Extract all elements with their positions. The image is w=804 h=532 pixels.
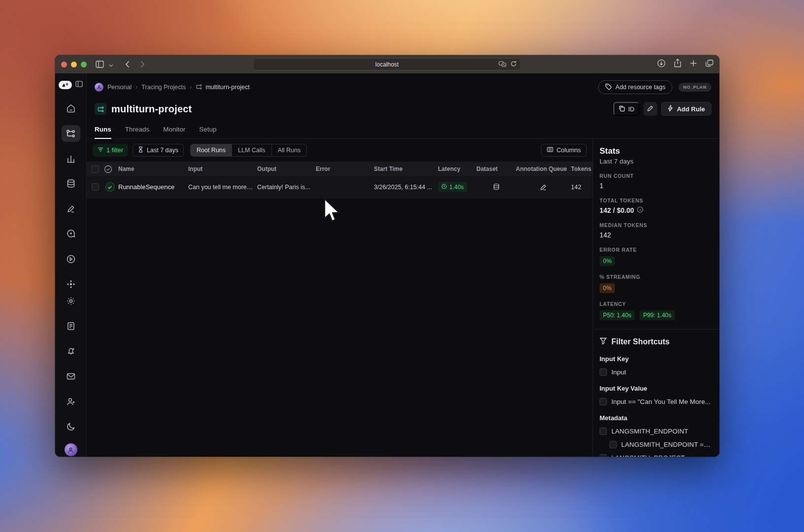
lightning-icon: [668, 105, 673, 113]
col-name[interactable]: Name: [118, 166, 188, 172]
nav-prompts-icon[interactable]: [62, 226, 80, 242]
nav-annotation-icon[interactable]: [62, 200, 80, 217]
total-tokens-label: TOTAL TOKENS: [600, 198, 712, 203]
fs-item[interactable]: Input == "Can You Tell Me More...: [600, 398, 712, 405]
tracing-project-icon: [196, 83, 202, 92]
fs-item[interactable]: LANGSMITH_ENDPOINT == ...: [609, 441, 712, 448]
median-tokens-value: 142: [600, 231, 712, 239]
run-input: Can you tell me more ...: [188, 184, 257, 191]
address-bar[interactable]: localhost: [253, 58, 521, 70]
user-avatar[interactable]: [65, 443, 77, 456]
nav-dashboards-icon[interactable]: [62, 150, 80, 167]
filter-bar: 1 filter Last 7 days Root Runs LLM Calls…: [87, 139, 593, 162]
run-output: Certainly! Paris is...: [257, 184, 316, 191]
docs-icon[interactable]: [62, 318, 80, 334]
website-settings-icon[interactable]: [499, 61, 506, 68]
sidebar-chevron-icon[interactable]: [109, 60, 113, 69]
time-range-button[interactable]: Last 7 days: [133, 144, 184, 157]
segment-llm-calls[interactable]: LLM Calls: [232, 144, 272, 156]
col-error[interactable]: Error: [316, 166, 374, 172]
select-all-checkbox[interactable]: [92, 166, 99, 173]
nav-tracing-projects-icon[interactable]: [62, 125, 80, 142]
run-count-label: RUN COUNT: [600, 173, 712, 179]
breadcrumb-separator: ›: [190, 84, 192, 91]
close-window-button[interactable]: [61, 62, 67, 67]
nav-home-icon[interactable]: [62, 100, 80, 117]
invite-user-icon[interactable]: [62, 393, 80, 410]
col-start-time[interactable]: Start Time: [374, 166, 438, 172]
add-to-dataset-icon[interactable]: [476, 183, 516, 191]
col-output[interactable]: Output: [257, 166, 316, 172]
annotate-icon[interactable]: [516, 184, 571, 191]
columns-button[interactable]: Columns: [541, 144, 587, 157]
fs-checkbox[interactable]: [600, 454, 607, 457]
pencil-icon: [647, 105, 654, 113]
active-filter-chip[interactable]: 1 filter: [93, 144, 128, 157]
segment-root-runs[interactable]: Root Runs: [191, 144, 232, 156]
col-latency[interactable]: Latency: [438, 166, 476, 172]
nav-datasets-icon[interactable]: [62, 175, 80, 192]
run-type-segmented-control: Root Runs LLM Calls All Runs: [190, 144, 307, 157]
project-tabs: Runs Threads Monitor Setup: [95, 126, 711, 138]
page-title: multiturn-project: [111, 103, 192, 115]
fs-checkbox[interactable]: [609, 441, 617, 448]
forward-button[interactable]: [140, 61, 145, 68]
segment-all-runs[interactable]: All Runs: [272, 144, 307, 156]
funnel-icon: [600, 337, 607, 346]
fs-item[interactable]: LANGSMITH_ENDPOINT: [600, 428, 712, 435]
tab-threads[interactable]: Threads: [125, 126, 150, 138]
tab-monitor[interactable]: Monitor: [163, 126, 185, 138]
run-name[interactable]: RunnableSequence: [118, 183, 188, 191]
latency-badge: 1.40s: [438, 182, 467, 192]
col-input[interactable]: Input: [188, 166, 257, 172]
app-sidebar-toggle-icon[interactable]: [75, 80, 83, 89]
workspace-avatar[interactable]: [95, 83, 103, 92]
settings-gear-icon[interactable]: [62, 293, 80, 309]
fs-checkbox[interactable]: [600, 428, 607, 435]
tab-overview-icon[interactable]: [705, 60, 713, 67]
back-button[interactable]: [125, 61, 130, 68]
columns-icon: [547, 147, 553, 154]
info-icon[interactable]: [637, 206, 643, 214]
inbox-mail-icon[interactable]: [62, 368, 80, 385]
add-resource-tags-button[interactable]: Add resource tags: [598, 80, 672, 94]
zoom-window-button[interactable]: [81, 62, 87, 67]
downloads-icon[interactable]: [657, 59, 666, 67]
breadcrumb-section[interactable]: Tracing Projects: [141, 84, 186, 91]
nav-playground-icon[interactable]: [62, 251, 80, 267]
project-header: Personal › Tracing Projects › multiturn-…: [87, 73, 719, 139]
fs-checkbox[interactable]: [600, 368, 607, 376]
dark-mode-moon-icon[interactable]: [62, 418, 80, 435]
col-dataset[interactable]: Dataset: [476, 166, 516, 172]
share-icon[interactable]: [674, 59, 681, 67]
left-icon-rail: [55, 73, 87, 457]
breadcrumb-project[interactable]: multiturn-project: [205, 84, 250, 91]
langsmith-logo[interactable]: [59, 81, 72, 89]
row-checkbox[interactable]: [92, 183, 99, 191]
sidebar-toggle-icon[interactable]: [96, 61, 104, 68]
notifications-bell-icon[interactable]: [62, 343, 80, 360]
browser-window: localhost: [55, 55, 719, 457]
edit-project-button[interactable]: [643, 102, 657, 116]
clock-icon: [441, 184, 447, 191]
col-annotation-queue[interactable]: Annotation Queue: [516, 166, 571, 172]
tab-setup[interactable]: Setup: [199, 126, 216, 138]
fs-item[interactable]: Input: [600, 368, 712, 376]
add-rule-button[interactable]: Add Rule: [661, 102, 711, 116]
reload-icon[interactable]: [510, 61, 517, 68]
fs-checkbox[interactable]: [600, 398, 607, 405]
breadcrumb: Personal › Tracing Projects › multiturn-…: [95, 83, 250, 92]
new-tab-icon[interactable]: [690, 60, 697, 67]
run-row[interactable]: RunnableSequence Can you tell me more ..…: [87, 176, 593, 198]
minimize-window-button[interactable]: [71, 62, 77, 67]
fs-group-input-key-value: Input Key Value: [600, 385, 712, 392]
nav-deployments-icon[interactable]: [62, 276, 80, 293]
col-tokens[interactable]: Tokens: [571, 166, 593, 172]
breadcrumb-workspace[interactable]: Personal: [107, 84, 132, 91]
breadcrumb-separator: ›: [135, 84, 137, 91]
fs-item[interactable]: LANGSMITH_PROJECT: [600, 454, 712, 457]
tab-runs[interactable]: Runs: [95, 126, 111, 138]
latency-label: LATENCY: [600, 301, 712, 307]
copy-id-button[interactable]: ID: [613, 102, 639, 116]
filter-lines-icon: [98, 147, 103, 154]
